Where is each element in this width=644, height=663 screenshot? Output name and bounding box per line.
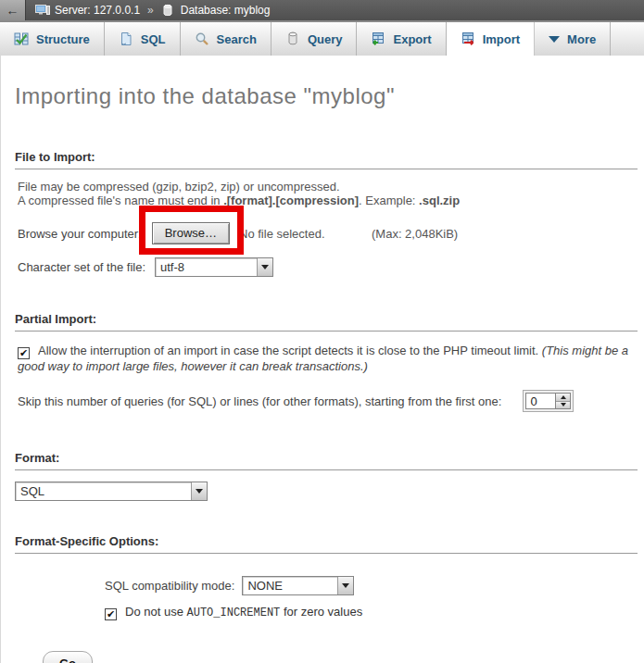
auto-increment-code: AUTO_INCREMENT bbox=[187, 607, 281, 619]
allow-interruption-checkbox[interactable]: ✔ bbox=[18, 347, 30, 359]
tab-structure[interactable]: Structure bbox=[0, 22, 105, 56]
arrow-down-icon bbox=[561, 403, 566, 407]
no-file-selected-text: No file selected. bbox=[239, 227, 325, 241]
tab-import[interactable]: Import bbox=[447, 22, 535, 56]
database-icon bbox=[161, 4, 176, 17]
breadcrumb-bar: ← Server: 127.0.0.1 » Database: myblog bbox=[0, 0, 644, 20]
charset-selected-value: utf-8 bbox=[156, 258, 257, 276]
main-content: Importing into the database "myblog" Fil… bbox=[0, 56, 644, 663]
charset-select[interactable]: utf-8 bbox=[155, 257, 273, 277]
charset-row: Character set of the file: utf-8 bbox=[15, 257, 639, 277]
sql-compat-row: SQL compatibility mode: NONE bbox=[15, 576, 639, 595]
structure-icon bbox=[14, 31, 29, 46]
tab-search-label: Search bbox=[217, 32, 257, 46]
skip-queries-label: Skip this number of queries (for SQL) or… bbox=[18, 394, 501, 408]
sql-compat-select[interactable]: NONE bbox=[242, 576, 354, 595]
tab-query-label: Query bbox=[308, 32, 343, 46]
browse-button[interactable]: Browse… bbox=[152, 222, 230, 244]
sql-compat-label: SQL compatibility mode: bbox=[105, 579, 234, 593]
tab-sql[interactable]: SQL bbox=[105, 22, 181, 56]
export-icon bbox=[371, 31, 385, 46]
file-upload-row: Browse your computer: Browse… No file se… bbox=[15, 221, 639, 245]
breadcrumb: Server: 127.0.0.1 » Database: myblog bbox=[35, 4, 270, 17]
tab-strip-filler bbox=[611, 22, 644, 56]
page-title: Importing into the database "myblog" bbox=[15, 56, 639, 109]
tab-import-label: Import bbox=[483, 32, 520, 46]
tab-sql-label: SQL bbox=[141, 32, 166, 46]
sql-compat-selected-value: NONE bbox=[243, 577, 337, 594]
breadcrumb-separator: » bbox=[147, 4, 154, 17]
tab-more-label: More bbox=[567, 32, 596, 46]
sql-compat-dropdown-button[interactable] bbox=[337, 577, 353, 594]
tab-more[interactable]: More bbox=[535, 22, 611, 56]
note-line-1: File may be compressed (gzip, bzip2, zip… bbox=[18, 180, 639, 194]
skip-queries-input[interactable]: 0 bbox=[525, 393, 555, 409]
note-line-2: A compressed file's name must end in .[f… bbox=[18, 194, 639, 207]
section-heading-format-options: Format-Specific Options: bbox=[15, 534, 638, 554]
format-selected-value: SQL bbox=[16, 482, 191, 500]
section-heading-format: Format: bbox=[15, 451, 638, 470]
section-heading-partial-import: Partial Import: bbox=[15, 312, 638, 332]
stepper-up-button[interactable] bbox=[556, 394, 570, 401]
allow-interruption-label: Allow the interruption of an import in c… bbox=[38, 344, 542, 357]
tab-strip: Structure SQL Search Query bbox=[0, 20, 644, 56]
dropdown-arrow-icon bbox=[342, 583, 349, 588]
format-dropdown-button[interactable] bbox=[191, 482, 207, 500]
sql-icon bbox=[119, 31, 133, 46]
charset-dropdown-button[interactable] bbox=[257, 258, 272, 276]
charset-label: Character set of the file: bbox=[18, 260, 145, 274]
tab-export-label: Export bbox=[393, 32, 431, 46]
tab-search[interactable]: Search bbox=[181, 22, 271, 56]
tab-export[interactable]: Export bbox=[357, 22, 446, 56]
auto-increment-row: ✔Do not use AUTO_INCREMENT for zero valu… bbox=[15, 605, 639, 620]
breadcrumb-database[interactable]: Database: myblog bbox=[181, 4, 271, 17]
query-icon bbox=[285, 31, 300, 46]
arrow-up-icon bbox=[561, 395, 566, 399]
dropdown-arrow-icon bbox=[196, 489, 203, 494]
skip-queries-stepper: 0 bbox=[523, 390, 574, 412]
auto-increment-label-suffix: for zero values bbox=[280, 605, 362, 619]
allow-interruption-row: ✔Allow the interruption of an import in … bbox=[15, 344, 639, 374]
auto-increment-label-prefix: Do not use bbox=[125, 605, 187, 619]
server-icon bbox=[35, 4, 50, 17]
back-button[interactable]: ← bbox=[0, 0, 26, 20]
format-select[interactable]: SQL bbox=[15, 482, 208, 501]
browse-label: Browse your computer: bbox=[18, 227, 142, 241]
skip-queries-row: Skip this number of queries (for SQL) or… bbox=[15, 390, 639, 412]
max-upload-size: (Max: 2,048KiB) bbox=[372, 227, 458, 241]
go-button[interactable]: Go bbox=[43, 651, 93, 663]
tab-query[interactable]: Query bbox=[271, 22, 358, 56]
tab-structure-label: Structure bbox=[36, 32, 90, 46]
dropdown-arrow-icon bbox=[261, 265, 269, 269]
stepper-down-button[interactable] bbox=[556, 401, 570, 409]
auto-increment-checkbox[interactable]: ✔ bbox=[105, 608, 117, 620]
search-icon bbox=[195, 31, 209, 46]
chevron-down-icon bbox=[549, 36, 560, 43]
import-icon bbox=[461, 31, 475, 46]
breadcrumb-server[interactable]: Server: 127.0.0.1 bbox=[55, 4, 140, 17]
section-heading-file-to-import: File to Import: bbox=[15, 150, 638, 169]
compression-notes: File may be compressed (gzip, bzip2, zip… bbox=[15, 180, 639, 207]
